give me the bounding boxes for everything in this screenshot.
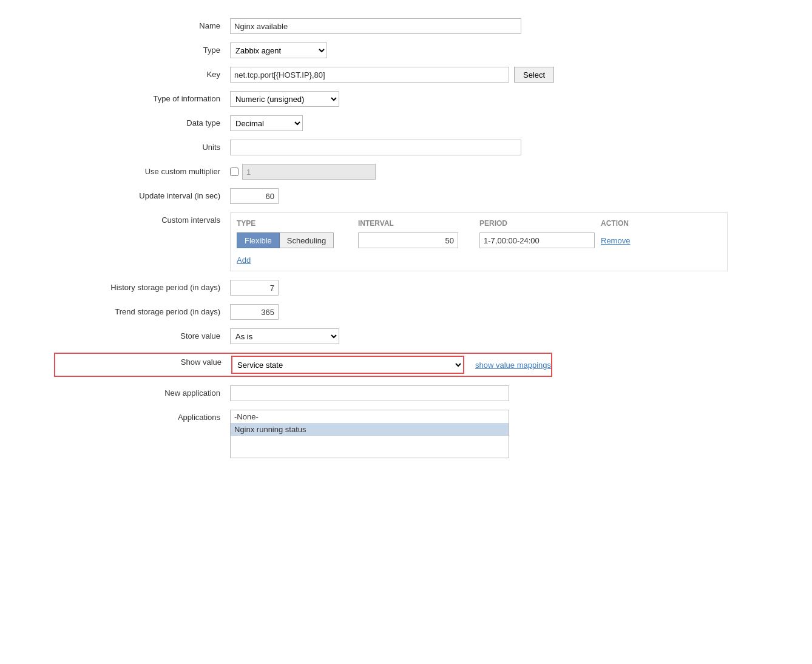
action-col-header: ACTION bbox=[601, 219, 721, 228]
flexible-button[interactable]: Flexible bbox=[237, 232, 280, 248]
store-value-row: Store value As is Delta (speed per secon… bbox=[54, 328, 758, 344]
type-col-header: TYPE bbox=[237, 219, 358, 228]
units-input[interactable] bbox=[230, 140, 521, 155]
show-value-control: Service state None Zabbix agent ping sta… bbox=[231, 356, 551, 374]
multiplier-input[interactable] bbox=[242, 164, 376, 180]
update-interval-input[interactable] bbox=[230, 188, 279, 204]
scheduling-button[interactable]: Scheduling bbox=[280, 232, 334, 248]
type-control: Zabbix agent Zabbix agent (active) Simpl… bbox=[230, 42, 758, 58]
key-input[interactable] bbox=[230, 67, 509, 83]
period-value-input[interactable] bbox=[479, 232, 595, 248]
key-control: Select bbox=[230, 67, 758, 83]
interval-value-input[interactable] bbox=[358, 232, 458, 248]
custom-intervals-control: TYPE INTERVAL PERIOD ACTION Flexible Sch… bbox=[230, 212, 758, 271]
trend-storage-label: Trend storage period (in days) bbox=[54, 304, 230, 316]
remove-link[interactable]: Remove bbox=[601, 236, 630, 245]
type-of-info-select[interactable]: Numeric (unsigned) Numeric (float) Chara… bbox=[230, 91, 339, 107]
data-type-label: Data type bbox=[54, 115, 230, 127]
applications-list[interactable]: -None- Nginx running status bbox=[230, 410, 509, 458]
store-value-label: Store value bbox=[54, 328, 230, 340]
custom-multiplier-label: Use custom multiplier bbox=[54, 164, 230, 176]
type-label: Type bbox=[54, 42, 230, 55]
store-value-control: As is Delta (speed per second) Delta (si… bbox=[230, 328, 758, 344]
update-interval-control bbox=[230, 188, 758, 204]
select-button[interactable]: Select bbox=[514, 67, 554, 83]
intervals-header: TYPE INTERVAL PERIOD ACTION bbox=[237, 219, 721, 228]
applications-control: -None- Nginx running status bbox=[230, 410, 758, 458]
new-application-control bbox=[230, 385, 758, 401]
show-value-row: Show value Service state None Zabbix age… bbox=[54, 353, 552, 377]
trend-storage-input[interactable] bbox=[230, 304, 279, 320]
name-row: Name bbox=[54, 18, 758, 34]
history-storage-input[interactable] bbox=[230, 280, 279, 296]
custom-intervals-label: Custom intervals bbox=[54, 212, 230, 225]
units-row: Units bbox=[54, 140, 758, 155]
custom-multiplier-control bbox=[230, 164, 758, 180]
app-item-nginx[interactable]: Nginx running status bbox=[231, 423, 509, 436]
custom-multiplier-checkbox[interactable] bbox=[230, 168, 239, 176]
data-type-control: Decimal Octal Hexadecimal Boolean bbox=[230, 115, 758, 131]
intervals-box: TYPE INTERVAL PERIOD ACTION Flexible Sch… bbox=[230, 212, 728, 271]
applications-label: Applications bbox=[54, 410, 230, 422]
show-value-wrapper: Service state None Zabbix agent ping sta… bbox=[231, 356, 464, 374]
type-of-info-control: Numeric (unsigned) Numeric (float) Chara… bbox=[230, 91, 758, 107]
key-label: Key bbox=[54, 67, 230, 79]
new-application-row: New application bbox=[54, 385, 758, 401]
interval-row-1: Flexible Scheduling Remove bbox=[237, 232, 721, 248]
type-of-info-row: Type of information Numeric (unsigned) N… bbox=[54, 91, 758, 107]
data-type-select[interactable]: Decimal Octal Hexadecimal Boolean bbox=[230, 115, 303, 131]
trend-storage-control bbox=[230, 304, 758, 320]
data-type-row: Data type Decimal Octal Hexadecimal Bool… bbox=[54, 115, 758, 131]
custom-intervals-row: Custom intervals TYPE INTERVAL PERIOD AC… bbox=[54, 212, 758, 271]
update-interval-row: Update interval (in sec) bbox=[54, 188, 758, 204]
show-value-label: Show value bbox=[55, 356, 231, 368]
name-label: Name bbox=[54, 18, 230, 30]
interval-col-header: INTERVAL bbox=[358, 219, 479, 228]
add-link[interactable]: Add bbox=[237, 256, 251, 265]
type-row: Type Zabbix agent Zabbix agent (active) … bbox=[54, 42, 758, 58]
period-col-header: PERIOD bbox=[479, 219, 601, 228]
type-select[interactable]: Zabbix agent Zabbix agent (active) Simpl… bbox=[230, 42, 327, 58]
history-storage-label: History storage period (in days) bbox=[54, 280, 230, 292]
custom-multiplier-row: Use custom multiplier bbox=[54, 164, 758, 180]
trend-storage-row: Trend storage period (in days) bbox=[54, 304, 758, 320]
store-value-select[interactable]: As is Delta (speed per second) Delta (si… bbox=[230, 328, 339, 344]
history-storage-control bbox=[230, 280, 758, 296]
app-item-none[interactable]: -None- bbox=[231, 410, 509, 423]
item-form: Name Type Zabbix agent Zabbix agent (act… bbox=[42, 12, 770, 473]
type-of-info-label: Type of information bbox=[54, 91, 230, 103]
name-input[interactable] bbox=[230, 18, 521, 34]
new-application-input[interactable] bbox=[230, 385, 509, 401]
show-value-mappings-link[interactable]: show value mappings bbox=[475, 361, 551, 370]
new-application-label: New application bbox=[54, 385, 230, 398]
history-storage-row: History storage period (in days) bbox=[54, 280, 758, 296]
units-control bbox=[230, 140, 758, 155]
units-label: Units bbox=[54, 140, 230, 152]
applications-row: Applications -None- Nginx running status bbox=[54, 410, 758, 458]
add-link-container: Add bbox=[237, 252, 721, 265]
name-control bbox=[230, 18, 758, 34]
update-interval-label: Update interval (in sec) bbox=[54, 188, 230, 200]
key-row: Key Select bbox=[54, 67, 758, 83]
show-value-select[interactable]: Service state None Zabbix agent ping sta… bbox=[232, 357, 463, 373]
